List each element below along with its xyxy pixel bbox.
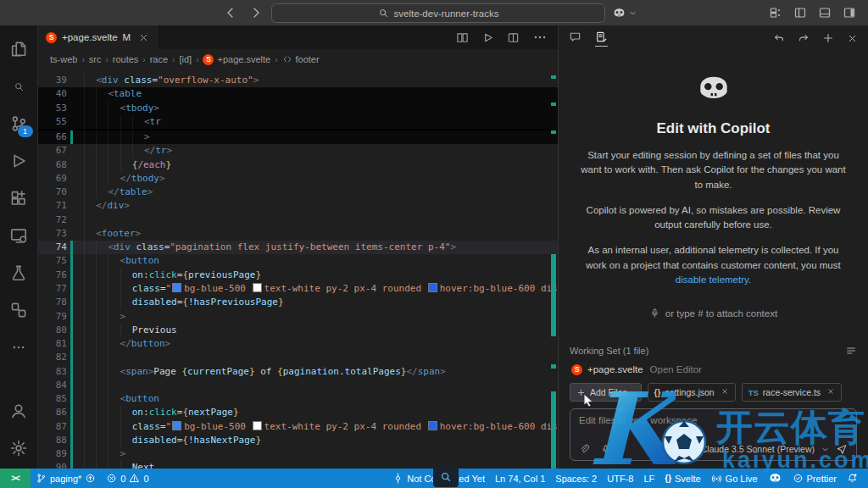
code-line-67[interactable]: 67</tr>: [38, 144, 558, 158]
send-icon[interactable]: [836, 443, 848, 455]
remove-file-icon[interactable]: [721, 387, 729, 397]
mode-picker[interactable]: Edit: [680, 444, 695, 454]
mic-icon[interactable]: [600, 444, 611, 455]
breadcrumb-item[interactable]: race: [150, 54, 168, 64]
code-line-87[interactable]: 87class="bg-blue-500 text-white py-2 px-…: [38, 420, 558, 434]
layout-sidebar-icon[interactable]: [793, 6, 807, 19]
status-git-status[interactable]: Not Committed Yet: [387, 469, 490, 488]
code-line-39[interactable]: 39<div class="overflow-x-auto">: [38, 74, 558, 87]
activity-item-accounts[interactable]: [0, 392, 38, 430]
code-line-76[interactable]: 76on:click={previousPage}: [38, 269, 558, 282]
activity-item-extensions[interactable]: [0, 180, 38, 217]
panel-tab-chat[interactable]: [569, 30, 581, 47]
activity-item-settings[interactable]: [0, 430, 38, 467]
editor-layout-icon[interactable]: [769, 6, 782, 19]
status-cursor-position[interactable]: Ln 74, Col 1: [490, 469, 550, 488]
suggested-file-chip[interactable]: {}settings.json: [648, 383, 736, 402]
plus-icon[interactable]: [822, 32, 834, 44]
code-line-80[interactable]: 80Previous: [38, 324, 558, 337]
layout-sidebar-right-icon[interactable]: [843, 6, 856, 19]
chevron-down-icon[interactable]: [821, 445, 830, 454]
code-line-85[interactable]: 85<button: [38, 392, 558, 406]
code-line-81[interactable]: 81</button>: [38, 337, 558, 351]
status-eol[interactable]: LF: [638, 469, 659, 488]
status-encoding[interactable]: UTF-8: [602, 469, 638, 488]
run-icon[interactable]: [481, 31, 494, 44]
working-set-list-icon[interactable]: [845, 345, 857, 357]
redo-icon[interactable]: [798, 32, 810, 44]
activity-item-testing[interactable]: [0, 254, 38, 291]
line-number: 67: [38, 144, 67, 158]
problems-item[interactable]: 0 0: [101, 469, 153, 488]
open-changes-icon[interactable]: [456, 31, 469, 44]
tab-page-svelte[interactable]: S +page.svelte M: [38, 25, 158, 49]
status-indentation[interactable]: Spaces: 2: [550, 469, 602, 488]
suggested-file-chip[interactable]: TSrace-service.ts: [742, 383, 842, 402]
status-notifications[interactable]: [842, 469, 863, 488]
breadcrumb-item[interactable]: [id]: [179, 54, 192, 64]
breadcrumb-item[interactable]: src: [89, 54, 102, 64]
code-editor[interactable]: 39<div class="overflow-x-auto">40<table5…: [38, 69, 558, 469]
breadcrumb-item[interactable]: ts-web: [50, 54, 77, 64]
add-files-button[interactable]: Add Files...: [570, 383, 642, 402]
breadcrumb-item[interactable]: S+page.svelte: [203, 54, 270, 65]
activity-item-custom-views[interactable]: [0, 291, 38, 329]
code-line-74[interactable]: 74<div class="pagination flex justify-be…: [38, 241, 558, 254]
activity-item-more[interactable]: [0, 329, 38, 366]
code-line-90[interactable]: 90Next: [38, 461, 558, 469]
code-line-40[interactable]: 40<table: [38, 87, 558, 101]
status-go-live[interactable]: Go Live: [706, 469, 763, 488]
code-line-72[interactable]: 72: [38, 214, 558, 227]
status-prettier[interactable]: Prettier: [787, 469, 842, 488]
activity-item-run-debug[interactable]: [0, 142, 38, 180]
remove-file-icon[interactable]: [826, 387, 835, 397]
code-line-78[interactable]: 78disabled={!hasPreviousPage}: [38, 296, 558, 309]
panel-tab-copilot-edits[interactable]: [595, 30, 608, 47]
status-language-mode[interactable]: {}Svelte: [659, 469, 705, 488]
code-line-70[interactable]: 70</table>: [38, 186, 558, 199]
model-picker[interactable]: Claude 3.5 Sonnet (Preview): [701, 444, 815, 454]
remote-indicator[interactable]: ><: [0, 469, 31, 488]
undo-icon[interactable]: [773, 32, 785, 44]
code-line-69[interactable]: 69</tbody>: [38, 172, 558, 186]
forward-icon[interactable]: [249, 6, 263, 19]
command-center-search[interactable]: svelte-dev-runner-tracks: [271, 3, 605, 23]
copilot-menu-button[interactable]: [612, 3, 637, 22]
code-line-83[interactable]: 83<span>Page {currentPage} of {paginatio…: [38, 365, 558, 379]
code-line-71[interactable]: 71</div>: [38, 199, 558, 213]
breadcrumb-item[interactable]: routes: [113, 54, 139, 64]
code-line-55[interactable]: 55<tr: [38, 115, 558, 129]
code-line-66[interactable]: 66>: [38, 129, 558, 144]
activity-item-remote-explorer[interactable]: [0, 217, 38, 254]
code-line-86[interactable]: 86on:click={nextPage}: [38, 406, 558, 419]
close-tab-icon[interactable]: [138, 32, 149, 43]
code-line-84[interactable]: 84: [38, 379, 558, 392]
git-branch-item[interactable]: paging*: [31, 469, 101, 488]
code-line-68[interactable]: 68{/each}: [38, 158, 558, 172]
code-line-88[interactable]: 88disabled={!hasNextPage}: [38, 434, 558, 447]
code-line-89[interactable]: 89>: [38, 447, 558, 461]
code-line-82[interactable]: 82: [38, 351, 558, 364]
working-set-file-row[interactable]: S +page.svelte Open Editor: [570, 360, 857, 379]
ellipsis-icon[interactable]: [532, 30, 548, 45]
attach-icon[interactable]: [579, 444, 590, 455]
activity-item-explorer[interactable]: [0, 30, 38, 68]
close-icon[interactable]: [847, 33, 858, 44]
breadcrumb-item[interactable]: footer: [282, 54, 320, 64]
line-number: 70: [38, 186, 67, 199]
split-editor-icon[interactable]: [507, 31, 520, 44]
layout-panel-icon[interactable]: [818, 6, 832, 19]
code-line-75[interactable]: 75<button: [38, 254, 558, 268]
code-line-77[interactable]: 77class="bg-blue-500 text-white py-2 px-…: [38, 282, 558, 296]
disable-telemetry-link[interactable]: disable telemetry.: [676, 274, 751, 285]
overview-ruler[interactable]: [550, 69, 557, 469]
code-line-73[interactable]: 73<footer>: [38, 227, 558, 241]
code-line-79[interactable]: 79>: [38, 310, 558, 324]
chat-input-box[interactable]: Edit files in your workspace Edit Claude…: [570, 408, 857, 461]
status-copilot-status[interactable]: [763, 469, 787, 488]
code-text: Next: [132, 461, 155, 469]
activity-item-search[interactable]: [0, 68, 38, 105]
back-icon[interactable]: [224, 6, 237, 19]
code-line-53[interactable]: 53<tbody>: [38, 102, 558, 115]
activity-item-source-control[interactable]: 1: [0, 105, 38, 142]
